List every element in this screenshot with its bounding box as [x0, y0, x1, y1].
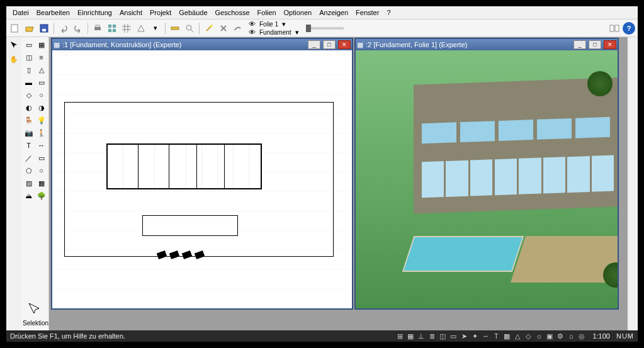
layer-folie1[interactable]: Folie 1	[257, 20, 281, 28]
slab-tool-icon[interactable]: ▬	[23, 76, 35, 89]
tool-c-icon[interactable]: ◐	[23, 101, 35, 114]
status-cursor-icon[interactable]: ➤	[460, 332, 468, 340]
menu-fenster[interactable]: Fenster	[352, 8, 383, 18]
camera-tool-icon[interactable]: 📷	[23, 126, 35, 139]
furniture-tool-icon[interactable]: 🪑	[23, 114, 35, 126]
opacity-slider[interactable]	[306, 27, 344, 30]
status-scale[interactable]: 1:100	[592, 332, 610, 340]
new-icon[interactable]	[9, 22, 21, 35]
zoom-icon[interactable]	[183, 22, 196, 35]
beam-tool-icon[interactable]: ▭	[35, 76, 47, 89]
circle-tool-icon[interactable]: ○	[35, 164, 47, 177]
hatch-tool-icon[interactable]: ▨	[23, 177, 35, 189]
wand-icon[interactable]	[203, 22, 215, 35]
svg-rect-6	[113, 25, 116, 28]
status-fill-icon[interactable]: ▩	[502, 332, 511, 340]
menu-help[interactable]: ?	[383, 8, 394, 18]
menu-datei[interactable]: Datei	[9, 8, 33, 18]
fill-tool-icon[interactable]: ▩	[35, 177, 47, 189]
grid-icon[interactable]	[120, 22, 133, 35]
print-icon[interactable]	[91, 22, 104, 35]
menu-anzeigen[interactable]: Anzeigen	[315, 8, 352, 18]
status-obj-icon[interactable]: ◇	[524, 332, 533, 340]
status-axis-icon[interactable]: ✦	[470, 332, 479, 340]
minimize-button[interactable]: _	[573, 40, 586, 49]
menu-folien[interactable]: Folien	[254, 8, 280, 18]
roof-tool-icon[interactable]: △	[35, 64, 47, 76]
tools-icon[interactable]	[217, 22, 230, 35]
measure-icon[interactable]	[169, 22, 181, 35]
status-light-icon[interactable]: ☼	[534, 332, 543, 340]
status-snap-icon[interactable]: ⊞	[395, 332, 404, 340]
close-button[interactable]: ✕	[604, 40, 616, 49]
plan-building-outline	[106, 143, 263, 190]
menubar: Datei Bearbeiten Einrichtung Ansicht Pro…	[6, 6, 638, 20]
3d-viewport[interactable]	[356, 50, 618, 308]
tool-a-icon[interactable]: ◇	[23, 89, 35, 101]
menu-bearbeiten[interactable]: Bearbeiten	[33, 8, 74, 18]
line-tool-icon[interactable]: ／	[23, 152, 35, 164]
close-button[interactable]: ✕	[338, 40, 351, 49]
poly-tool-icon[interactable]: ⬠	[23, 164, 35, 177]
menu-gebaeude[interactable]: Gebäude	[175, 8, 211, 18]
status-ortho-icon[interactable]: ⊥	[417, 332, 426, 340]
plan-viewport[interactable]	[52, 50, 352, 308]
plan-lounger-icon	[194, 250, 205, 259]
help-button-icon[interactable]: ?	[623, 22, 635, 35]
stair-tool-icon[interactable]: ≡	[35, 51, 47, 64]
minimize-button[interactable]: _	[308, 40, 320, 49]
arrow-tool-icon[interactable]	[8, 38, 20, 51]
window-3d-titlebar[interactable]: ▦ :2 [Fundament, Folie 1] (Experte) _ □ …	[356, 39, 618, 50]
open-icon[interactable]	[23, 22, 36, 35]
layer-dropdown-1-icon[interactable]: ▾	[282, 20, 286, 28]
maximize-button[interactable]: □	[323, 40, 336, 49]
views-icon[interactable]	[106, 22, 118, 35]
save-icon[interactable]	[38, 22, 50, 35]
tool-d-icon[interactable]: ◑	[35, 101, 47, 114]
door-tool-icon[interactable]: ◫	[23, 51, 35, 64]
menu-einrichtung[interactable]: Einrichtung	[74, 8, 116, 18]
dropdown-icon[interactable]: ▾	[149, 22, 162, 35]
menu-projekt[interactable]: Projekt	[146, 8, 175, 18]
layer-eye-2-icon[interactable]: 👁	[249, 28, 256, 36]
walk-tool-icon[interactable]: 🚶	[35, 126, 47, 139]
window-tool-icon[interactable]: ▦	[35, 38, 47, 51]
status-cam-icon[interactable]: ▣	[545, 332, 554, 340]
wall-tool-icon[interactable]: ▭	[23, 38, 35, 51]
right-scroll-strip[interactable]	[628, 37, 638, 330]
light-tool-icon[interactable]: 💡	[35, 114, 47, 126]
rect-tool-icon[interactable]: ▭	[35, 152, 47, 164]
status-view-icon[interactable]: ◫	[438, 332, 447, 340]
menu-ansicht[interactable]: Ansicht	[116, 8, 146, 18]
book-icon[interactable]	[608, 22, 621, 35]
status-misc2-icon[interactable]: ⌂	[567, 332, 575, 340]
dim-tool-icon[interactable]: ↔	[35, 139, 47, 152]
layer-dropdown-2-icon[interactable]: ▾	[295, 28, 299, 36]
pan-tool-icon[interactable]: ✋	[8, 53, 20, 65]
status-misc1-icon[interactable]: ⚙	[556, 332, 565, 340]
column-tool-icon[interactable]: ▯	[23, 64, 35, 76]
status-text-icon[interactable]: T	[492, 332, 500, 340]
tool-b-icon[interactable]: ○	[35, 89, 47, 101]
window-plan-titlebar[interactable]: ▦ :1 [Fundament, Konstruktion] (Experte)…	[52, 39, 352, 50]
undo-icon[interactable]	[57, 22, 70, 35]
statusbar: Drücken Sie F1, um Hilfe zu erhalten. ⊞ …	[6, 330, 638, 342]
layer-eye-1-icon[interactable]: 👁	[249, 20, 256, 28]
perspective-icon[interactable]	[135, 22, 147, 35]
layer-fundament[interactable]: Fundament	[257, 28, 294, 36]
status-grid-icon[interactable]: ▦	[406, 332, 415, 340]
status-roof-icon[interactable]: △	[513, 332, 522, 340]
text-tool-icon[interactable]: T	[23, 139, 35, 152]
terrain-tool-icon[interactable]: ⛰	[23, 189, 35, 202]
redo-icon[interactable]	[72, 22, 84, 35]
menu-optionen[interactable]: Optionen	[280, 8, 316, 18]
status-dim-icon[interactable]: ↔	[481, 332, 490, 340]
paint-icon[interactable]	[232, 22, 244, 35]
status-wall-icon[interactable]: ▭	[449, 332, 458, 340]
maximize-button[interactable]: □	[589, 40, 601, 49]
building-3d	[414, 78, 618, 214]
status-layer-icon[interactable]: ≣	[427, 332, 436, 340]
status-misc3-icon[interactable]: ◎	[577, 332, 586, 340]
menu-geschosse[interactable]: Geschosse	[212, 8, 254, 18]
plant-tool-icon[interactable]: 🌳	[35, 189, 47, 202]
